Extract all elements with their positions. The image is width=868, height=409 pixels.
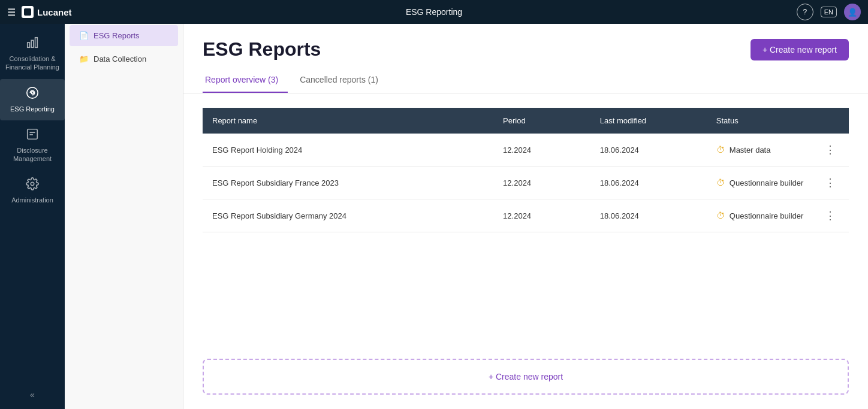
sidebar-item-disclosure[interactable]: Disclosure Management <box>0 120 65 171</box>
tab-cancelled-reports[interactable]: Cancelled reports (1) <box>297 70 388 93</box>
cell-status: ⏱ Questionnaire builder ⋮ <box>707 166 849 199</box>
cell-report-name: ESG Report Subsidiary Germany 2024 <box>203 199 493 232</box>
col-header-modified: Last modified <box>590 108 707 134</box>
secondary-item-data-collection-label: Data Collection <box>94 54 146 63</box>
status-label: Questionnaire builder <box>730 211 816 220</box>
cell-period: 12.2024 <box>493 134 590 166</box>
topbar: ☰ Lucanet ESG Reporting ? EN 👤 <box>0 0 868 24</box>
create-report-button[interactable]: + Create new report <box>751 39 849 60</box>
disclosure-icon <box>26 128 39 144</box>
language-selector[interactable]: EN <box>821 7 837 17</box>
table-header-row: Report name Period Last modified Status <box>203 108 849 134</box>
secondary-item-esg-reports[interactable]: 📄 ESG Reports <box>70 25 178 46</box>
secondary-sidebar: 📄 ESG Reports 📁 Data Collection <box>65 24 183 409</box>
svg-rect-1 <box>31 40 34 47</box>
status-label: Master data <box>730 146 816 154</box>
create-dashed-area[interactable]: + Create new report <box>203 359 849 395</box>
content-area: ESG Reports + Create new report Report o… <box>183 24 868 409</box>
row-more-button[interactable]: ⋮ <box>821 142 839 157</box>
cell-report-name: ESG Report Subsidiary France 2023 <box>203 166 493 199</box>
table-row: ESG Report Subsidiary France 2023 12.202… <box>203 166 849 199</box>
esg-reports-icon: 📄 <box>79 31 89 40</box>
cell-status: ⏱ Master data ⋮ <box>707 134 849 166</box>
tab-report-overview[interactable]: Report overview (3) <box>203 70 288 93</box>
svg-rect-0 <box>28 43 30 47</box>
administration-icon <box>26 177 39 193</box>
row-more-button[interactable]: ⋮ <box>821 208 839 223</box>
app-title: ESG Reporting <box>406 7 462 17</box>
esg-icon <box>26 86 39 102</box>
cell-report-name: ESG Report Holding 2024 <box>203 134 493 166</box>
table-container: Report name Period Last modified Status … <box>183 93 868 359</box>
sidebar-collapse-button[interactable]: « <box>20 380 44 409</box>
sidebar-item-esg[interactable]: ESG Reporting <box>0 79 65 120</box>
user-avatar[interactable]: 👤 <box>844 4 861 20</box>
secondary-item-esg-reports-label: ESG Reports <box>94 31 140 40</box>
sidebar-item-disclosure-label: Disclosure Management <box>2 146 62 163</box>
col-header-period: Period <box>493 108 590 134</box>
status-clock-icon: ⏱ <box>716 211 725 220</box>
secondary-item-data-collection[interactable]: 📁 Data Collection <box>70 49 178 69</box>
page-title: ESG Reports <box>203 38 321 60</box>
content-header: ESG Reports + Create new report <box>183 24 868 60</box>
sidebar-item-administration-label: Administration <box>11 196 53 204</box>
col-header-name: Report name <box>203 108 493 134</box>
status-clock-icon: ⏱ <box>716 145 725 154</box>
cell-period: 12.2024 <box>493 166 590 199</box>
sidebar-item-esg-label: ESG Reporting <box>10 105 55 113</box>
reports-table: Report name Period Last modified Status … <box>203 108 849 232</box>
status-label: Questionnaire builder <box>730 178 816 187</box>
svg-rect-2 <box>35 38 38 48</box>
tabs: Report overview (3) Cancelled reports (1… <box>183 60 868 93</box>
sidebar-item-administration[interactable]: Administration <box>0 170 65 211</box>
logo: Lucanet <box>22 6 72 18</box>
svg-rect-4 <box>28 129 38 140</box>
col-header-status: Status <box>707 108 849 134</box>
cell-status: ⏱ Questionnaire builder ⋮ <box>707 199 849 232</box>
row-more-button[interactable]: ⋮ <box>821 175 839 190</box>
svg-point-3 <box>31 92 34 94</box>
cell-modified: 18.06.2024 <box>590 166 707 199</box>
sidebar-item-consolidation-label: Consolidation & Financial Planning <box>2 54 62 72</box>
sidebar: Consolidation & Financial Planning ESG R… <box>0 24 65 409</box>
menu-icon[interactable]: ☰ <box>7 7 16 18</box>
status-clock-icon: ⏱ <box>716 178 725 187</box>
table-row: ESG Report Holding 2024 12.2024 18.06.20… <box>203 134 849 166</box>
create-dashed-button[interactable]: + Create new report <box>489 372 563 381</box>
table-row: ESG Report Subsidiary Germany 2024 12.20… <box>203 199 849 232</box>
svg-point-7 <box>31 183 34 186</box>
cell-period: 12.2024 <box>493 199 590 232</box>
data-collection-icon: 📁 <box>79 54 89 63</box>
sidebar-item-consolidation[interactable]: Consolidation & Financial Planning <box>0 29 65 79</box>
help-icon[interactable]: ? <box>797 4 813 20</box>
cell-modified: 18.06.2024 <box>590 134 707 166</box>
cell-modified: 18.06.2024 <box>590 199 707 232</box>
consolidation-icon <box>26 36 39 52</box>
